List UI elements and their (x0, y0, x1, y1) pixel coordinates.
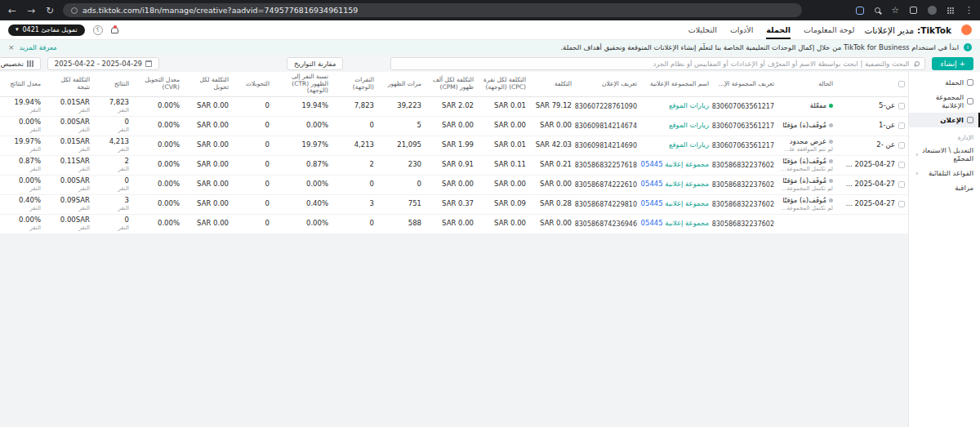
header-tab[interactable]: التحليلات (688, 20, 717, 39)
column-header-cvr[interactable]: معدل التحويل (CVR) (132, 72, 183, 96)
cell-result-rate: 19.94%النقر (0, 96, 44, 116)
sidebar-item[interactable]: الإعلان (909, 113, 980, 127)
help-icon[interactable]: ؟ (93, 25, 103, 35)
sidebar-tool-item[interactable]: التعديل \ الاستبعاد المجمّع‹ (909, 143, 980, 166)
sidebar-item[interactable]: المجموعة الإعلانية (909, 90, 980, 113)
sidebar-levels: الحملةالمجموعة الإعلانيةالإعلان (909, 75, 980, 127)
learn-more-link[interactable]: معرفة المزيد (20, 43, 57, 51)
zoom-icon[interactable] (875, 7, 880, 13)
column-header-select[interactable] (836, 72, 908, 96)
browser-reload-icon[interactable]: ↻ (44, 6, 56, 16)
banner-close-icon[interactable]: × (8, 44, 15, 51)
ad-name-link[interactable]: عن-1 (879, 122, 895, 130)
cell-cost-per-result: 0.00SARالنقر (44, 214, 93, 234)
ad-name-link[interactable]: عن -2 (876, 141, 895, 149)
avatar[interactable] (961, 24, 972, 35)
result-unit: النقر (96, 107, 129, 113)
column-header-cost[interactable]: التكلفة (529, 72, 575, 96)
select-all-checkbox[interactable] (898, 81, 905, 87)
adgroup-name-link[interactable]: مجموعة إعلانية (665, 199, 709, 207)
status-text: مُوقَف(ة) مؤقتًا (782, 157, 826, 165)
ad-name-link[interactable]: عن-5 (879, 102, 895, 110)
banner-text: ابدأ في استخدام TikTok for Business من خ… (560, 43, 959, 51)
ad-name-link[interactable]: 2025-04-27 22:54:45 (844, 161, 895, 169)
column-header-impressions[interactable]: مرات الظهور (377, 72, 425, 96)
header-tab[interactable]: الأدوات (730, 20, 753, 39)
adgroup-number-link[interactable]: 12704105445 (640, 199, 663, 207)
create-button[interactable]: + إنشاء (932, 57, 973, 70)
row-checkbox[interactable] (898, 181, 905, 188)
ad-name-link[interactable]: 2025-04-27 22:54:45 (844, 200, 895, 208)
status-subtext: لم تكتمل المجموعة الإعلانية (781, 205, 833, 211)
search-box[interactable] (390, 57, 925, 70)
adgroup-name-link[interactable]: مجموعة إعلانية (665, 219, 709, 227)
adgroup-name-link[interactable]: زيارات الموقع (669, 121, 709, 129)
column-header-conversions[interactable]: التحويلات (232, 72, 273, 96)
cell-result-rate: 0.87%النقر (0, 155, 44, 175)
column-header-cost-per-conversion[interactable]: التكلفة لكل تحويل (183, 72, 232, 96)
sidebar-item[interactable]: الحملة (909, 75, 980, 90)
sidebar-tool-item[interactable]: مراقبة (909, 180, 980, 195)
lens-icon[interactable] (856, 7, 864, 15)
adgroup-name-link[interactable]: زيارات الموقع (669, 140, 709, 149)
column-header-adgroup-name[interactable]: اسم المجموعة الإعلانية (640, 72, 712, 96)
address-bar[interactable]: ads.tiktok.com/i18n/manage/creative?aadv… (63, 3, 802, 17)
header-tab[interactable]: لوحة المعلومات (804, 20, 854, 39)
adgroup-name-link[interactable]: مجموعة إعلانية (665, 180, 709, 188)
adgroup-number-link[interactable]: 12704105445 (640, 219, 663, 227)
cell-cost-per-conversion: SAR 0.00 (183, 214, 232, 234)
column-header-cost-per-result[interactable]: التكلفة لكل نتيجة (44, 72, 93, 96)
row-checkbox[interactable] (898, 201, 905, 207)
column-header-ctr[interactable]: نسبة النقر إلى الظهور (CTR) (الوجهة) (273, 72, 332, 96)
adgroup-name-link[interactable]: مجموعة إعلانية (665, 160, 709, 168)
result-unit: النقر (3, 166, 41, 172)
row-checkbox[interactable] (898, 162, 905, 168)
table-row: 2025-04-27 22:54:45مُوقَف(ة) مؤقتًالم تك… (0, 194, 908, 214)
browser-menu-icon[interactable]: ⋮ (964, 6, 973, 15)
status-text: مُوقَف(ة) مؤقتًا (782, 121, 826, 129)
ad-name-link[interactable]: 2025-04-27 22:54:45 (844, 180, 895, 189)
account-name: تمويل مفاجئ 0421 (23, 26, 78, 33)
bookmark-star-icon[interactable]: ☆ (891, 6, 899, 15)
compare-dates-button[interactable]: مقارنة التواريخ (287, 57, 343, 70)
cell-clicks: 2 (332, 155, 377, 175)
date-range-picker[interactable]: 2025-04-22 - 2025-04-29 (47, 57, 159, 70)
search-input[interactable] (396, 59, 911, 69)
customize-table-button[interactable]: تخصيص جدول (0, 57, 41, 70)
column-header-clicks[interactable]: النقرات (الوجهة) (332, 72, 377, 96)
notifications-bell-icon[interactable] (111, 27, 118, 33)
column-header-adgroup-id[interactable]: تعريف المجموعة الإ... (712, 72, 777, 96)
table-header-row: الحالةتعريف المجموعة الإ...اسم المجموعة … (0, 72, 908, 96)
column-header-cpm[interactable]: التكلفة لكل ألف ظهور (CPM) (425, 72, 477, 96)
status-dot-icon (829, 159, 833, 163)
column-header-status[interactable]: الحالة (777, 72, 836, 96)
result-value: 0 (96, 216, 129, 225)
browser-profile-icon[interactable] (928, 6, 937, 15)
adgroup-number-link[interactable]: 12704105445 (640, 180, 663, 188)
site-info-icon[interactable] (71, 7, 78, 14)
cell-ctr: 0.00% (273, 175, 332, 194)
cell-adgroup-name: زيارات الموقع (640, 96, 712, 116)
account-switcher[interactable]: تمويل مفاجئ 0421 ▾ (8, 24, 85, 36)
sidebar-item-label: المجموعة الإعلانية (915, 93, 964, 109)
column-header-results[interactable]: النتائج (93, 72, 132, 96)
column-header-cpc[interactable]: التكلفة لكل نقرة (CPC) (الوجهة) (477, 72, 529, 96)
extensions-icon[interactable] (910, 7, 917, 14)
browser-back-icon[interactable]: ← (7, 6, 18, 16)
cell-cost: SAR 0.28 (529, 194, 575, 214)
adgroup-name-link[interactable]: زيارات الموقع (669, 101, 709, 109)
adgroup-number-link[interactable]: 12704105445 (640, 160, 663, 168)
header-tab[interactable]: الحملة (766, 20, 791, 39)
row-checkbox[interactable] (898, 122, 905, 129)
result-value: 0.00SAR (47, 118, 90, 127)
browser-forward-icon[interactable]: → (25, 6, 37, 16)
cell-status: مفعّلة (777, 96, 836, 116)
sidebar-tool-item[interactable]: القواعد التلقائية‹ (909, 166, 980, 180)
cell-adgroup-name: زيارات الموقع (640, 116, 712, 136)
column-header-ad-id[interactable]: تعريف الإعلان (575, 72, 640, 96)
apps-grid-icon[interactable] (947, 7, 954, 14)
row-checkbox[interactable] (898, 103, 905, 109)
column-header-result-rate[interactable]: معدل النتائج (0, 72, 44, 96)
row-checkbox[interactable] (898, 142, 905, 149)
cell-name: 2025-04-27 22:54:45 (836, 175, 908, 194)
